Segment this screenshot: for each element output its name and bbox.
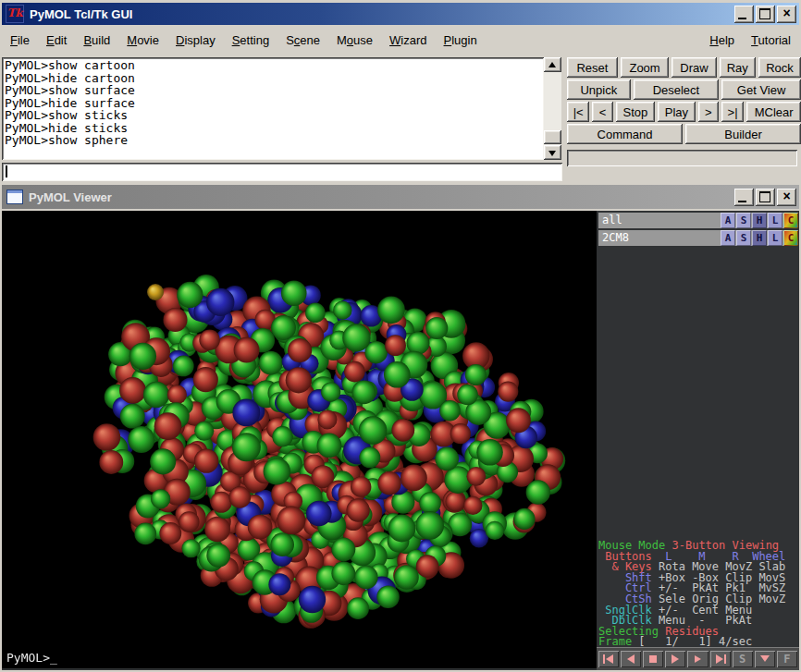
button-row: CommandBuilder bbox=[567, 124, 801, 144]
history-line: PyMOL>hide cartoon bbox=[5, 72, 544, 85]
minimize-icon bbox=[738, 201, 746, 202]
menu-setting[interactable]: Setting bbox=[224, 27, 277, 54]
menu-mouse[interactable]: Mouse bbox=[328, 27, 381, 54]
text-caret bbox=[6, 165, 7, 177]
tk-logo-icon: Tk bbox=[6, 5, 24, 23]
3d-viewport[interactable]: PyMOL>_ bbox=[2, 211, 597, 668]
menu-tutorial[interactable]: Tutorial bbox=[743, 27, 799, 54]
gui-titlebar[interactable]: Tk PyMOL Tcl/Tk GUI × bbox=[2, 3, 799, 25]
viewer-minimize-button[interactable] bbox=[734, 189, 754, 206]
viewer-window-title: PyMOL Viewer bbox=[29, 190, 734, 204]
menu-display[interactable]: Display bbox=[167, 27, 224, 54]
-button[interactable]: >| bbox=[721, 102, 744, 122]
window-icon bbox=[6, 189, 23, 204]
menu-file[interactable]: File bbox=[2, 27, 38, 54]
status-strip bbox=[567, 150, 797, 166]
vcr-f-button[interactable]: F bbox=[777, 651, 797, 667]
menu-wizard[interactable]: Wizard bbox=[381, 27, 435, 54]
object-name[interactable]: 2CM8 bbox=[598, 230, 721, 246]
a-menu-button[interactable]: A bbox=[721, 213, 735, 228]
vcr-skip-end-button[interactable] bbox=[710, 651, 731, 667]
mclear-button[interactable]: MClear bbox=[746, 102, 801, 122]
a-menu-button[interactable]: A bbox=[721, 230, 735, 246]
button-row: UnpickDeselectGet View bbox=[567, 79, 801, 100]
vcr-skip-start-button[interactable] bbox=[598, 651, 619, 667]
skip-end-icon bbox=[714, 654, 727, 664]
close-button[interactable]: × bbox=[777, 6, 796, 23]
s-menu-button[interactable]: S bbox=[736, 213, 751, 228]
command-button[interactable]: Command bbox=[567, 124, 683, 144]
h-menu-button[interactable]: H bbox=[752, 230, 767, 246]
viewer-maximize-button[interactable] bbox=[756, 189, 775, 206]
viewer-titlebar[interactable]: PyMOL Viewer × bbox=[2, 185, 799, 209]
history-line: PyMOL>show sphere bbox=[5, 134, 544, 147]
menu-help[interactable]: Help bbox=[701, 27, 743, 54]
mouse-mode-panel[interactable]: Mouse Mode 3-Button Viewing Buttons L M … bbox=[598, 541, 799, 648]
viewer-command-prompt[interactable]: PyMOL>_ bbox=[6, 651, 57, 665]
gui-button-panel: ResetZoomDrawRayRockUnpickDeselectGet Vi… bbox=[567, 57, 801, 181]
c-menu-button[interactable]: C bbox=[783, 230, 798, 246]
menu-scene[interactable]: Scene bbox=[277, 27, 328, 54]
object-name[interactable]: all bbox=[598, 213, 721, 228]
maximize-button[interactable] bbox=[756, 6, 775, 23]
history-line: PyMOL>show sticks bbox=[5, 109, 544, 122]
ray-button[interactable]: Ray bbox=[720, 57, 756, 78]
history-line: PyMOL>hide surface bbox=[5, 97, 544, 110]
scrollbar-thumb[interactable] bbox=[544, 130, 561, 144]
maximize-icon bbox=[759, 8, 770, 19]
-button[interactable]: < bbox=[592, 102, 612, 122]
l-menu-button[interactable]: L bbox=[768, 230, 783, 246]
menu-movie[interactable]: Movie bbox=[118, 27, 167, 54]
reset-button[interactable]: Reset bbox=[567, 57, 618, 78]
deselect-button[interactable]: Deselect bbox=[634, 79, 720, 100]
scroll-up-button[interactable] bbox=[544, 57, 561, 72]
draw-button[interactable]: Draw bbox=[672, 57, 716, 78]
builder-button[interactable]: Builder bbox=[685, 124, 801, 144]
rock-button[interactable]: Rock bbox=[758, 57, 801, 78]
s-menu-button[interactable]: S bbox=[736, 230, 751, 246]
scroll-down-button[interactable] bbox=[544, 145, 561, 160]
viewer-window: PyMOL Viewer × PyMOL>_ allASHLC2CM8ASHLC… bbox=[0, 183, 801, 672]
vcr-f-button-label: F bbox=[783, 651, 790, 667]
down-icon bbox=[758, 654, 771, 664]
object-list: allASHLC2CM8ASHLC bbox=[598, 213, 798, 248]
play-button[interactable]: Play bbox=[658, 102, 696, 122]
c-menu-button[interactable]: C bbox=[783, 213, 798, 228]
vcr-play-button[interactable] bbox=[665, 651, 685, 667]
gui-window: Tk PyMOL Tcl/Tk GUI × FileEditBuildMovie… bbox=[0, 0, 801, 183]
stop-button[interactable]: Stop bbox=[616, 102, 656, 122]
vcr-step-forward-button[interactable] bbox=[687, 651, 708, 667]
history-line: PyMOL>show cartoon bbox=[5, 59, 544, 72]
step-forward-icon bbox=[691, 654, 704, 664]
get-view-button[interactable]: Get View bbox=[721, 79, 801, 100]
molecule-sphere-render[interactable] bbox=[2, 211, 597, 668]
vcr-fullscreen-down-button[interactable] bbox=[755, 651, 775, 667]
viewer-body: PyMOL>_ allASHLC2CM8ASHLC Mouse Mode 3-B… bbox=[2, 211, 799, 670]
stop-icon bbox=[647, 654, 659, 664]
minimize-button[interactable] bbox=[734, 6, 754, 23]
menu-edit[interactable]: Edit bbox=[38, 27, 75, 54]
menu-plugin[interactable]: Plugin bbox=[436, 27, 486, 54]
skip-start-icon bbox=[602, 654, 615, 664]
object-actions: ASHLC bbox=[721, 230, 798, 246]
history-scrollbar[interactable] bbox=[544, 57, 561, 160]
play-icon bbox=[669, 654, 682, 664]
command-input[interactable] bbox=[2, 163, 562, 181]
h-menu-button[interactable]: H bbox=[752, 213, 767, 228]
vcr-step-back-button[interactable] bbox=[621, 651, 641, 667]
zoom-button[interactable]: Zoom bbox=[621, 57, 670, 78]
command-history[interactable]: PyMOL>show cartoonPyMOL>hide cartoonPyMO… bbox=[2, 57, 544, 160]
arrow-down-icon bbox=[548, 151, 556, 156]
close-icon: × bbox=[777, 189, 796, 206]
maximize-icon bbox=[759, 191, 770, 202]
menu-build[interactable]: Build bbox=[75, 27, 118, 54]
l-menu-button[interactable]: L bbox=[768, 213, 783, 228]
vcr-stop-button[interactable] bbox=[643, 651, 663, 667]
arrow-up-icon bbox=[548, 62, 556, 67]
viewer-close-button[interactable]: × bbox=[777, 189, 796, 206]
unpick-button[interactable]: Unpick bbox=[567, 79, 631, 100]
-button[interactable]: |< bbox=[567, 102, 589, 122]
-button[interactable]: > bbox=[698, 102, 719, 122]
vcr-s-button[interactable]: S bbox=[733, 651, 753, 667]
object-row-2cm8: 2CM8ASHLC bbox=[598, 230, 798, 246]
